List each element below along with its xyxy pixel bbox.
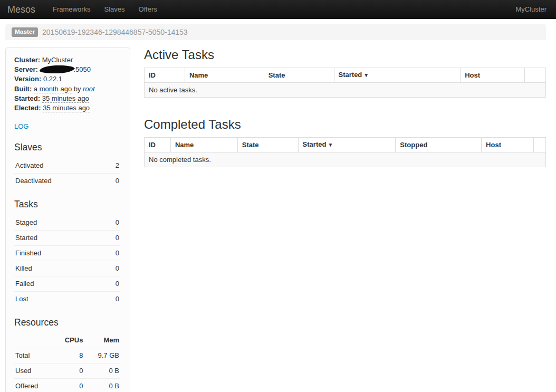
table-row: Started 0 [14, 231, 120, 246]
slaves-activated-value: 2 [106, 158, 120, 174]
resources-offered-cpus: 0 [53, 379, 84, 392]
tasks-failed-label: Failed [14, 276, 102, 292]
redacted-server-ip [40, 65, 74, 74]
elected-info: Elected: 35 minutes ago [14, 103, 120, 113]
table-row: Lost 0 [14, 292, 120, 307]
resources-mem-header: Mem [84, 333, 120, 348]
slaves-table: Activated 2 Deactivated 0 [14, 158, 120, 188]
table-row: Killed 0 [14, 261, 120, 276]
resources-used-cpus: 0 [53, 364, 84, 379]
slaves-deactivated-label: Deactivated [14, 174, 106, 189]
resources-offered-label: Offered [14, 379, 53, 392]
built-label: Built: [14, 85, 32, 93]
master-id: 20150619-192346-1298446857-5050-14153 [42, 27, 188, 37]
resources-used-label: Used [14, 364, 53, 379]
active-tasks-empty-message: No active tasks. [145, 83, 546, 98]
tasks-finished-value: 0 [102, 246, 120, 261]
table-row: Activated 2 [14, 158, 120, 174]
tasks-started-label: Started [14, 231, 102, 246]
resources-table: CPUs Mem Total 8 9.7 GB Used 0 0 B Offer… [14, 333, 120, 392]
active-col-name[interactable]: Name [185, 68, 264, 83]
completed-col-name[interactable]: Name [170, 138, 237, 152]
nav-item-slaves[interactable]: Slaves [98, 0, 132, 18]
server-info: Server: :5050 [14, 65, 120, 74]
tasks-staged-value: 0 [102, 215, 120, 231]
table-header-row: ID Name State Started▼ Host [145, 68, 546, 83]
table-row: Staged 0 [14, 215, 120, 231]
table-header-row: ID Name State Started▼ Stopped Host [145, 138, 546, 152]
active-col-actions [525, 68, 546, 83]
navbar-cluster-name: MyCluster [515, 5, 556, 14]
tasks-table: Staged 0 Started 0 Finished 0 Killed 0 F… [14, 215, 120, 307]
table-row: No active tasks. [145, 83, 546, 98]
active-col-id[interactable]: ID [145, 68, 185, 83]
started-info: Started: 35 minutes ago [14, 94, 120, 103]
resources-cpus-header: CPUs [53, 333, 84, 348]
table-row: No completed tasks. [145, 152, 546, 167]
active-tasks-table: ID Name State Started▼ Host No active ta… [144, 68, 546, 98]
active-tasks-title: Active Tasks [144, 47, 546, 62]
nav-item-frameworks[interactable]: Frameworks [46, 0, 98, 18]
cluster-label: Cluster: [14, 56, 40, 64]
table-row: CPUs Mem [14, 333, 120, 348]
sort-desc-icon: ▼ [363, 72, 369, 78]
tasks-killed-label: Killed [14, 261, 102, 276]
completed-tasks-empty-message: No completed tasks. [145, 152, 546, 167]
master-info-panel: Cluster: MyCluster Server: :5050 Version… [5, 47, 130, 392]
tasks-started-value: 0 [102, 231, 120, 246]
elected-timeago: 35 minutes ago [43, 104, 90, 112]
table-row: Failed 0 [14, 276, 120, 292]
started-timeago: 35 minutes ago [42, 94, 89, 103]
table-row: Deactivated 0 [14, 174, 120, 189]
built-timeago: a month ago [34, 85, 72, 93]
completed-tasks-table: ID Name State Started▼ Stopped Host No c… [144, 137, 546, 167]
completed-col-started[interactable]: Started▼ [298, 138, 396, 152]
resources-section-title: Resources [14, 317, 120, 328]
sort-desc-icon: ▼ [328, 142, 333, 148]
main-content: Active Tasks ID Name State Started▼ Host… [144, 47, 546, 167]
master-badge: Master [12, 27, 38, 37]
completed-col-stopped[interactable]: Stopped [396, 138, 482, 152]
cluster-value: MyCluster [42, 56, 73, 64]
version-info: Version: 0.22.1 [14, 74, 120, 84]
slaves-activated-label: Activated [14, 158, 106, 174]
completed-col-actions [533, 138, 545, 152]
server-label: Server: [14, 65, 38, 73]
top-navbar: Mesos Frameworks Slaves Offers MyCluster [0, 0, 556, 19]
version-value: 0.22.1 [43, 75, 62, 83]
tasks-staged-label: Staged [14, 215, 102, 231]
version-label: Version: [14, 75, 41, 83]
nav-item-offers[interactable]: Offers [132, 0, 164, 18]
resources-spacer-header [14, 333, 53, 348]
table-row: Total 8 9.7 GB [14, 348, 120, 364]
completed-col-state[interactable]: State [237, 138, 298, 152]
table-row: Finished 0 [14, 246, 120, 261]
brand-mesos[interactable]: Mesos [0, 5, 46, 14]
built-info: Built: a month ago by root [14, 84, 120, 94]
cluster-info: Cluster: MyCluster [14, 55, 120, 65]
active-col-state[interactable]: State [264, 68, 334, 83]
active-col-started[interactable]: Started▼ [334, 68, 461, 83]
table-row: Used 0 0 B [14, 364, 120, 379]
built-user: root [83, 85, 94, 93]
completed-col-host[interactable]: Host [482, 138, 534, 152]
breadcrumb: Master 20150619-192346-1298446857-5050-1… [5, 24, 546, 40]
started-label: Started: [14, 94, 40, 102]
tasks-lost-value: 0 [102, 292, 120, 307]
resources-total-cpus: 8 [53, 348, 84, 364]
table-row: Offered 0 0 B [14, 379, 120, 392]
navbar-menu: Frameworks Slaves Offers [46, 0, 164, 18]
log-link[interactable]: LOG [14, 122, 28, 131]
tasks-lost-label: Lost [14, 292, 102, 307]
completed-tasks-title: Completed Tasks [144, 117, 546, 132]
active-col-host[interactable]: Host [461, 68, 525, 83]
built-conjunction: by [74, 85, 81, 93]
server-port: :5050 [73, 65, 91, 73]
completed-col-id[interactable]: ID [145, 138, 171, 152]
tasks-finished-label: Finished [14, 246, 102, 261]
resources-total-mem: 9.7 GB [84, 348, 120, 364]
tasks-section-title: Tasks [14, 198, 120, 210]
resources-offered-mem: 0 B [84, 379, 120, 392]
tasks-failed-value: 0 [102, 276, 120, 292]
tasks-killed-value: 0 [102, 261, 120, 276]
